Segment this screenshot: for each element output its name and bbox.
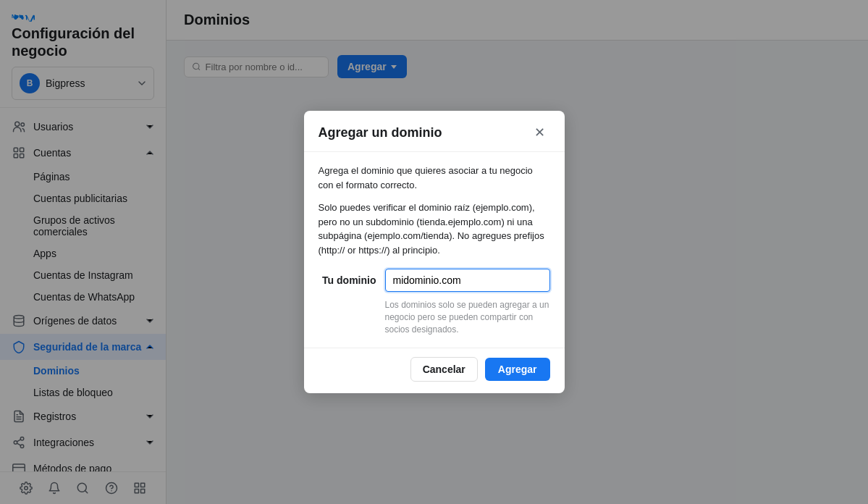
add-domain-modal: Agregar un dominio ✕ Agrega el dominio q… xyxy=(304,111,565,392)
modal-desc-1: Agrega el dominio que quieres asociar a … xyxy=(319,164,550,192)
modal-title: Agregar un dominio xyxy=(319,125,442,140)
modal-close-button[interactable]: ✕ xyxy=(530,122,550,143)
modal-desc-2: Solo puedes verificar el dominio raíz (e… xyxy=(319,201,550,257)
domain-field-row: Tu dominio xyxy=(319,269,550,292)
modal-footer: Cancelar Agregar xyxy=(304,348,565,393)
modal-overlay: Agregar un dominio ✕ Agrega el dominio q… xyxy=(0,0,868,504)
modal-body: Agrega el dominio que quieres asociar a … xyxy=(304,152,565,347)
cancel-button[interactable]: Cancelar xyxy=(410,357,478,382)
domain-input[interactable] xyxy=(385,269,550,292)
add-domain-button[interactable]: Agregar xyxy=(485,358,550,381)
modal-header: Agregar un dominio ✕ xyxy=(304,111,565,152)
domain-field-note: Los dominios solo se pueden agregar a un… xyxy=(385,299,550,335)
domain-field-label: Tu dominio xyxy=(319,274,376,286)
